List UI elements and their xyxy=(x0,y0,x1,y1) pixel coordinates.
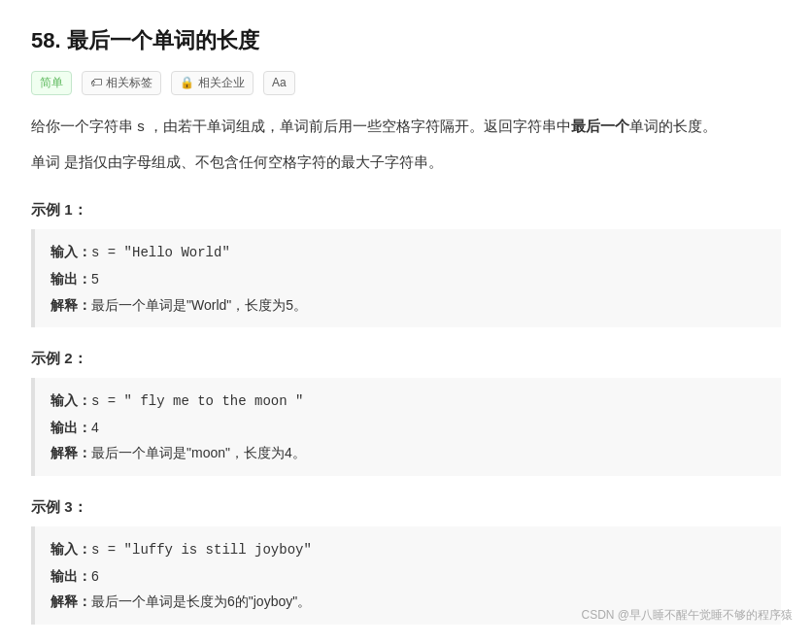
example-1-title: 示例 1： xyxy=(31,198,781,221)
example-input-line: 输入：s = " fly me to the moon " xyxy=(51,388,765,415)
examples-container: 示例 1： 输入：s = "Hello World" 输出：5 解释：最后一个单… xyxy=(31,198,781,624)
tag-icon: 🏷 xyxy=(90,74,102,92)
example-input-line: 输入：s = "luffy is still joyboy" xyxy=(51,536,765,563)
example-3-title: 示例 3： xyxy=(31,495,781,519)
page-title: 58. 最后一个单词的长度 xyxy=(31,23,781,57)
example-2-box: 输入：s = " fly me to the moon " 输出：4 解释：最后… xyxy=(31,378,781,476)
example-explain-line: 解释：最后一个单词是"moon"，长度为4。 xyxy=(51,440,765,466)
example-output-line: 输出：6 xyxy=(51,563,765,590)
example-explain-line: 解释：最后一个单词是"World"，长度为5。 xyxy=(51,292,765,319)
tag-related-companies[interactable]: 🔒 相关企业 xyxy=(171,71,254,95)
tags-row: 简单 🏷 相关标签 🔒 相关企业 Aa xyxy=(31,71,781,95)
example-output-line: 输出：5 xyxy=(51,266,765,292)
word-definition: 单词 是指仅由字母组成、不包含任何空格字符的最大子字符串。 xyxy=(31,149,781,175)
example-1-box: 输入：s = "Hello World" 输出：5 解释：最后一个单词是"Wor… xyxy=(31,229,781,327)
example-output-line: 输出：4 xyxy=(51,415,765,441)
example-2: 示例 2： 输入：s = " fly me to the moon " 输出：4… xyxy=(31,347,781,476)
tag-related-tags[interactable]: 🏷 相关标签 xyxy=(82,71,161,95)
watermark: CSDN @早八睡不醒午觉睡不够的程序猿 xyxy=(581,606,793,625)
tag-font[interactable]: Aa xyxy=(263,71,295,95)
example-input-line: 输入：s = "Hello World" xyxy=(51,239,765,266)
example-1: 示例 1： 输入：s = "Hello World" 输出：5 解释：最后一个单… xyxy=(31,198,781,327)
lock-icon: 🔒 xyxy=(180,74,194,92)
example-2-title: 示例 2： xyxy=(31,347,781,370)
tag-easy[interactable]: 简单 xyxy=(31,71,72,95)
description-main: 给你一个字符串 s ，由若干单词组成，单词前后用一些空格字符隔开。返回字符串中最… xyxy=(31,113,781,139)
example-3: 示例 3： 输入：s = "luffy is still joyboy" 输出：… xyxy=(31,495,781,625)
